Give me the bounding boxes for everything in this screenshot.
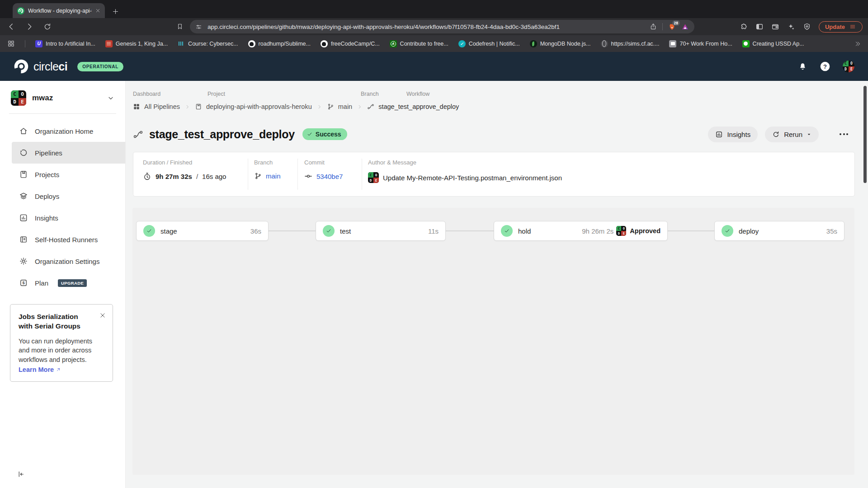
branch-link[interactable]: main bbox=[266, 172, 281, 180]
tab-close-icon[interactable] bbox=[95, 8, 100, 13]
breadcrumb-branch[interactable]: main bbox=[327, 103, 352, 110]
job-card-test[interactable]: test 11s bbox=[316, 221, 446, 241]
url-text[interactable]: app.circleci.com/pipelines/github/mwaz/d… bbox=[208, 23, 644, 30]
job-connector bbox=[269, 230, 316, 231]
collapse-sidebar-icon[interactable] bbox=[17, 470, 25, 478]
breadcrumb-label-branch: Branch bbox=[361, 91, 379, 97]
svg-text:$: $ bbox=[22, 281, 24, 285]
sidebar-item-organization-home[interactable]: Organization Home bbox=[12, 120, 125, 142]
sidebar: CODE mwaz Organization Home Pipelines bbox=[0, 81, 126, 488]
sidebar-item-label: Projects bbox=[35, 171, 59, 178]
job-card-hold[interactable]: hold 9h 26m 2s CODE Approved bbox=[494, 221, 668, 241]
status-operational-badge[interactable]: OPERATIONAL bbox=[77, 62, 123, 71]
sidebar-item-self-hosted-runners[interactable]: Self-Hosted Runners bbox=[12, 229, 125, 250]
share-icon[interactable] bbox=[650, 23, 657, 30]
bookmark-item[interactable]: 70+ Work From Ho... bbox=[669, 40, 732, 47]
bookmark-item[interactable]: freeCodeCamp/C... bbox=[321, 40, 380, 47]
home-icon bbox=[19, 127, 28, 136]
org-avatar: CODE bbox=[11, 90, 26, 106]
brave-shields-icon[interactable]: 28 bbox=[668, 23, 676, 31]
bookmark-item[interactable]: Genesis 1, King Ja... bbox=[105, 40, 168, 47]
leo-ai-sparkle-icon[interactable] bbox=[787, 23, 795, 31]
apps-grid-icon[interactable] bbox=[7, 40, 15, 47]
bookmark-label: Creating USSD Ap... bbox=[753, 41, 804, 47]
insights-chart-icon bbox=[715, 131, 723, 138]
job-card-deploy[interactable]: deploy 35s bbox=[714, 221, 844, 241]
job-name: stage bbox=[160, 227, 177, 235]
bookmark-item[interactable]: MongoDB Node.js... bbox=[530, 40, 591, 47]
rerun-button[interactable]: Rerun bbox=[765, 127, 819, 142]
help-icon[interactable]: ? bbox=[819, 61, 831, 72]
grid-icon bbox=[133, 103, 140, 110]
sidebar-item-label: Pipelines bbox=[35, 149, 62, 157]
bookmark-item[interactable]: Course: Cybersec... bbox=[178, 40, 238, 47]
bookmark-label: Codefresh | Notific... bbox=[469, 41, 520, 47]
update-label: Update bbox=[825, 23, 845, 30]
bookmark-label: MongoDB Node.js... bbox=[540, 41, 591, 47]
breadcrumb-all-pipelines[interactable]: All Pipelines bbox=[133, 103, 180, 110]
sidebar-item-label: Organization Home bbox=[35, 127, 93, 135]
job-name: deploy bbox=[739, 227, 759, 235]
bookmarks-overflow-icon[interactable] bbox=[854, 41, 861, 47]
vpn-shield-icon[interactable] bbox=[803, 23, 811, 31]
sidebar-item-deploys[interactable]: Deploys bbox=[12, 185, 125, 207]
divider bbox=[25, 40, 25, 47]
wallet-icon[interactable] bbox=[771, 23, 779, 31]
breadcrumb-workflow[interactable]: stage_test_approve_deploy bbox=[367, 103, 459, 110]
bookmark-item[interactable]: https://sims.cf.ac.... bbox=[601, 40, 660, 47]
duration-separator: / bbox=[196, 173, 198, 180]
bookmark-page-icon[interactable] bbox=[176, 23, 184, 30]
breadcrumb-project[interactable]: deploying-api-with-approvals-heroku bbox=[195, 103, 312, 110]
extensions-puzzle-icon[interactable] bbox=[740, 23, 748, 31]
sidebar-item-organization-settings[interactable]: Organization Settings bbox=[12, 250, 125, 272]
status-badge: Success bbox=[302, 128, 347, 140]
workflow-actions: Insights Rerun bbox=[708, 127, 848, 142]
bookmark-item[interactable]: Intro to Artificial In... bbox=[35, 40, 95, 47]
org-switcher[interactable]: CODE mwaz bbox=[0, 81, 125, 113]
approved-label: Approved bbox=[630, 227, 660, 235]
browser-tab[interactable]: Workflow - deploying-api-wit bbox=[13, 3, 105, 18]
brand-bold: ci bbox=[58, 60, 67, 73]
sidebar-item-insights[interactable]: Insights bbox=[12, 207, 125, 229]
stopwatch-icon bbox=[143, 172, 151, 181]
page-scrollbar-thumb[interactable] bbox=[863, 86, 867, 183]
github-favicon-icon bbox=[248, 40, 255, 47]
back-icon[interactable] bbox=[7, 23, 15, 31]
sidebar-item-label: Plan bbox=[35, 279, 48, 287]
forward-icon[interactable] bbox=[25, 23, 33, 31]
sidebar-panel-icon[interactable] bbox=[755, 23, 764, 31]
bookmark-item[interactable]: roadhump/Sublime... bbox=[248, 40, 311, 47]
more-options-button[interactable] bbox=[840, 133, 848, 135]
sidebar-item-projects[interactable]: Projects bbox=[12, 164, 125, 185]
bookmark-label: Intro to Artificial In... bbox=[46, 41, 95, 47]
approver-avatar: CODE bbox=[616, 226, 626, 236]
workflow-icon bbox=[367, 103, 374, 110]
commit-link[interactable]: 5340be7 bbox=[316, 173, 343, 180]
site-settings-icon[interactable] bbox=[195, 23, 202, 30]
breadcrumb: All Pipelines deploying-api-with-approva… bbox=[133, 103, 459, 110]
browser-toolbar: app.circleci.com/pipelines/github/mwaz/d… bbox=[0, 18, 868, 35]
layers-icon bbox=[19, 192, 28, 201]
divider bbox=[248, 159, 248, 190]
sidebar-item-plan[interactable]: $ Plan UPGRADE bbox=[12, 272, 125, 294]
notifications-bell-icon[interactable] bbox=[798, 62, 807, 71]
close-icon[interactable] bbox=[99, 312, 106, 319]
chevron-right-icon bbox=[357, 104, 362, 109]
url-bar[interactable]: app.circleci.com/pipelines/github/mwaz/d… bbox=[190, 20, 694, 33]
browser-update-button[interactable]: Update bbox=[819, 21, 863, 33]
reload-icon[interactable] bbox=[43, 23, 52, 31]
bookmark-item[interactable]: Contribute to free... bbox=[390, 40, 448, 47]
bookmark-icon bbox=[19, 170, 28, 179]
bookmark-item[interactable]: Creating USSD Ap... bbox=[742, 40, 804, 47]
user-avatar[interactable]: CODE bbox=[843, 61, 854, 72]
job-card-stage[interactable]: stage 36s bbox=[136, 221, 269, 241]
bookmark-item[interactable]: Codefresh | Notific... bbox=[458, 40, 520, 47]
circleci-logo[interactable]: circleci bbox=[14, 59, 67, 74]
success-check-icon bbox=[722, 225, 733, 237]
sidebar-item-pipelines[interactable]: Pipelines bbox=[12, 142, 125, 164]
brave-rewards-icon[interactable] bbox=[681, 23, 689, 31]
learn-more-link[interactable]: Learn More bbox=[19, 366, 61, 373]
insights-button[interactable]: Insights bbox=[708, 127, 758, 142]
screen: Workflow - deploying-api-wit app.circlec… bbox=[0, 0, 868, 488]
new-tab-icon[interactable] bbox=[112, 8, 119, 15]
